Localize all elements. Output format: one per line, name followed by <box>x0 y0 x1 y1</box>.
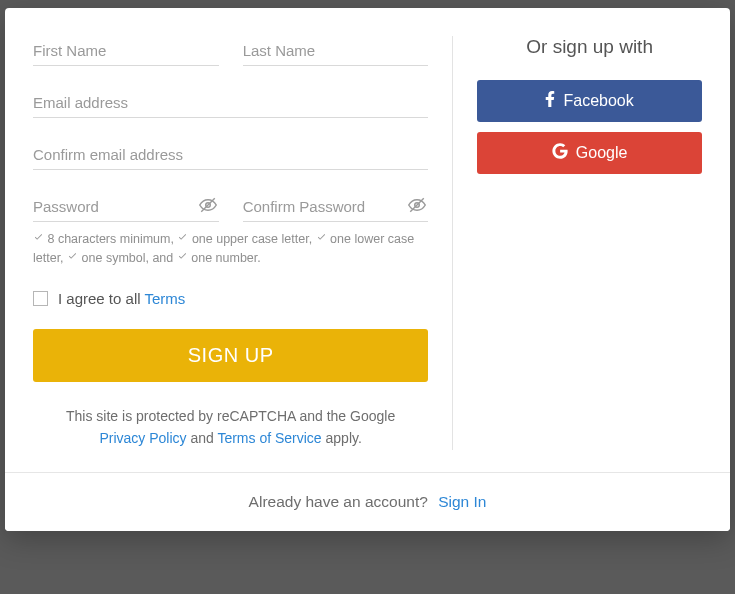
password-hints: 8 characters minimum, one upper case let… <box>33 230 428 268</box>
social-title: Or sign up with <box>526 36 653 58</box>
signup-button[interactable]: SIGN UP <box>33 329 428 382</box>
check-icon <box>316 230 327 249</box>
recaptcha-and: and <box>187 430 218 446</box>
agree-terms-checkbox[interactable] <box>33 291 48 306</box>
google-icon <box>552 143 568 163</box>
signup-form: 8 characters minimum, one upper case let… <box>33 36 453 450</box>
terms-of-service-link[interactable]: Terms of Service <box>217 430 321 446</box>
hint-text: 8 characters minimum, <box>47 232 173 246</box>
confirm-password-field[interactable] <box>243 192 429 222</box>
agree-prefix: I agree to all <box>58 290 144 307</box>
privacy-policy-link[interactable]: Privacy Policy <box>99 430 186 446</box>
first-name-field[interactable] <box>33 36 219 66</box>
modal-body: 8 characters minimum, one upper case let… <box>5 8 730 472</box>
footer-question: Already have an account? <box>249 493 428 510</box>
check-icon <box>67 249 78 268</box>
facebook-button[interactable]: Facebook <box>477 80 702 122</box>
hint-text: one upper case letter, <box>192 232 312 246</box>
agree-terms-text: I agree to all Terms <box>58 290 185 307</box>
toggle-password-icon[interactable] <box>199 196 217 218</box>
terms-link[interactable]: Terms <box>144 290 185 307</box>
facebook-icon <box>545 91 555 111</box>
hint-text: one symbol, and <box>82 251 174 265</box>
check-icon <box>177 230 188 249</box>
confirm-email-field[interactable] <box>33 140 428 170</box>
modal-footer: Already have an account? Sign In <box>5 472 730 531</box>
toggle-confirm-password-icon[interactable] <box>408 196 426 218</box>
email-field[interactable] <box>33 88 428 118</box>
signin-link[interactable]: Sign In <box>438 493 486 510</box>
facebook-label: Facebook <box>563 92 633 110</box>
password-field[interactable] <box>33 192 219 222</box>
signup-modal: 8 characters minimum, one upper case let… <box>5 8 730 531</box>
recaptcha-notice: This site is protected by reCAPTCHA and … <box>33 406 428 449</box>
google-button[interactable]: Google <box>477 132 702 174</box>
google-label: Google <box>576 144 628 162</box>
check-icon <box>177 249 188 268</box>
hint-text: one number. <box>191 251 261 265</box>
recaptcha-apply: apply. <box>322 430 362 446</box>
check-icon <box>33 230 44 249</box>
last-name-field[interactable] <box>243 36 429 66</box>
recaptcha-line1: This site is protected by reCAPTCHA and … <box>66 408 395 424</box>
social-signup: Or sign up with Facebook Google <box>453 36 702 450</box>
